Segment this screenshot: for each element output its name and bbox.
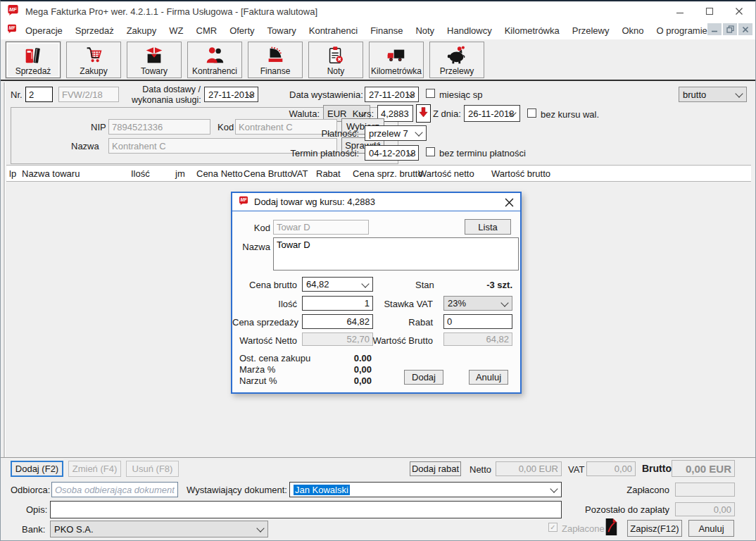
invoice-header-form: Nr. Data dostawy / wykonania usługi: 27-… <box>1 81 755 165</box>
bank-select[interactable]: PKO S.A. <box>50 521 268 537</box>
menu-operacje[interactable]: Operacje <box>19 25 69 36</box>
add-discount-button[interactable]: Dodaj rabat <box>410 461 461 476</box>
vat-rate-select[interactable]: 23% <box>443 296 512 311</box>
toolbar-button-przelewy[interactable]: Przelewy <box>429 42 484 78</box>
table-header-cena-sprz-brutto[interactable]: Cena sprz. brutto <box>353 168 423 179</box>
cancel-button[interactable]: Anuluj <box>688 520 734 537</box>
menu-przelewy[interactable]: Przelewy <box>566 25 616 36</box>
mdi-close-button[interactable] <box>738 23 752 35</box>
close-button[interactable] <box>724 1 754 21</box>
menu-cmr[interactable]: CMR <box>190 25 224 36</box>
rate-download-button[interactable] <box>416 104 431 123</box>
minimize-button[interactable] <box>665 1 695 21</box>
toolbar-button-towary[interactable]: Towary <box>127 42 182 78</box>
toolbar-button-finanse[interactable]: Finanse <box>248 42 303 78</box>
stock-label: Stan <box>415 280 434 290</box>
rate-date-select[interactable]: 26-11-2018 <box>464 105 520 122</box>
delivery-date-label-line1: Data dostawy / <box>132 85 201 95</box>
table-header-ilosc[interactable]: Ilość <box>131 168 150 179</box>
maximize-button[interactable] <box>695 1 724 21</box>
menu-handlowcy[interactable]: Handlowcy <box>441 25 498 36</box>
toolbar-button-zakupy[interactable]: Zakupy <box>66 42 121 78</box>
issue-date-label: Data wystawienia: <box>289 89 363 100</box>
gross-value-field <box>443 332 512 346</box>
gross-price-label: Cena brutto <box>232 280 297 290</box>
menu-noty[interactable]: Noty <box>409 25 441 36</box>
toolbar-label: Noty <box>327 66 345 76</box>
dialog-add-button[interactable]: Dodaj <box>404 370 443 385</box>
title-bar: MF Mega Fakturka Pro+ wer. 4.2.1.1 - Fir… <box>1 1 755 21</box>
brutto-total-field <box>672 460 735 477</box>
menu-bar: MF Operacje Sprzedaż Zakupy WZ CMR Ofert… <box>1 21 755 39</box>
table-header-jm[interactable]: jm <box>175 168 185 179</box>
issue-date-select[interactable]: 27-11-2018 <box>365 87 419 102</box>
description-input[interactable] <box>50 501 562 518</box>
toolbar-button-kontrahenci[interactable]: Kontrahenci <box>187 42 242 78</box>
chevron-down-icon <box>415 128 422 136</box>
gross-price-combo[interactable]: 64,82 <box>302 277 373 292</box>
mdi-window-controls <box>707 23 752 35</box>
chevron-down-icon <box>500 299 508 306</box>
invoice-number-input[interactable] <box>25 87 53 102</box>
toolbar-button-sprzedaz[interactable]: Sprzedaż <box>6 42 61 78</box>
toolbar-button-kilometrowka[interactable]: Kilometrówka <box>369 42 424 78</box>
paid-checkbox-label: Zapłacone <box>562 523 605 534</box>
toolbar-label: Finanse <box>260 66 291 76</box>
payment-method-select[interactable]: przelew 7 <box>365 125 427 141</box>
menu-finanse[interactable]: Finanse <box>364 25 409 36</box>
table-header-lp[interactable]: lp <box>9 168 16 179</box>
payment-label: Płatność: <box>286 128 359 139</box>
table-header-cena-brutto[interactable]: Cena Brutto <box>244 168 292 179</box>
sign-document-icon[interactable] <box>603 517 619 540</box>
discount-input[interactable] <box>443 314 512 329</box>
currency-label: Waluta: <box>286 108 320 119</box>
product-name-textarea[interactable]: Towar D <box>273 237 519 270</box>
menu-kilometrowka[interactable]: Kilometrówka <box>498 25 566 36</box>
delivery-date-select[interactable]: 27-11-2018 <box>204 87 258 102</box>
table-header-vat[interactable]: VAT <box>291 168 308 179</box>
table-header-nazwa-towaru[interactable]: Nazwa towaru <box>22 168 80 179</box>
menu-sprzedaz[interactable]: Sprzedaż <box>69 25 120 36</box>
menu-zakupy[interactable]: Zakupy <box>120 25 163 36</box>
add-item-button[interactable]: Dodaj (F2) <box>11 461 63 477</box>
dialog-close-button[interactable] <box>503 197 515 208</box>
product-list-button[interactable]: Lista <box>465 219 511 235</box>
menu-wz[interactable]: WZ <box>163 25 189 36</box>
menu-towary[interactable]: Towary <box>261 25 303 36</box>
issuer-label: Wystawiający dokument: <box>187 485 287 495</box>
save-button[interactable]: Zapisz(F12) <box>627 520 682 537</box>
mf-logo-icon: MF <box>6 4 20 20</box>
no-due-checkbox[interactable] <box>426 147 435 156</box>
issuer-select[interactable]: Jan Kowalski <box>289 482 562 497</box>
table-header-cena-netto[interactable]: Cena Netto <box>196 168 243 179</box>
table-header-wartosc-brutto[interactable]: Wartość brutto <box>491 168 550 179</box>
last-purchase-value: 0.00 <box>303 353 372 363</box>
recipient-label: Odbiorca: <box>11 485 50 495</box>
toolbar-button-noty[interactable]: Noty <box>308 42 363 78</box>
due-date-select[interactable]: 04-12-2018 <box>365 145 419 161</box>
no-rate-checkbox[interactable] <box>527 108 536 118</box>
dialog-cancel-button[interactable]: Anuluj <box>469 370 508 385</box>
chevron-down-icon <box>361 280 369 287</box>
stock-value: -3 szt. <box>443 280 512 290</box>
mf-logo-icon-small: MF <box>6 23 18 37</box>
recipient-input[interactable] <box>51 482 178 497</box>
mdi-restore-button[interactable] <box>723 23 737 35</box>
table-header-wartosc-netto[interactable]: Wartość netto <box>418 168 474 179</box>
brutto-label: Brutto <box>642 463 672 474</box>
menu-kontrahenci[interactable]: Kontrahenci <box>303 25 364 36</box>
price-mode-select[interactable]: brutto <box>679 87 747 102</box>
issuer-selected-text: Jan Kowalski <box>294 485 350 495</box>
table-header-rabat[interactable]: Rabat <box>316 168 341 179</box>
menu-okno[interactable]: Okno <box>615 25 650 36</box>
toolbar-label: Kontrahenci <box>192 66 237 76</box>
chevron-down-icon <box>256 524 264 532</box>
delivery-date-label-line2: wykonania usługi: <box>132 95 201 106</box>
mdi-minimize-button[interactable] <box>707 23 722 35</box>
note-x-icon <box>325 42 346 66</box>
menu-oferty[interactable]: Oferty <box>223 25 260 36</box>
month-sp-checkbox[interactable] <box>426 89 435 98</box>
bank-label: Bank: <box>22 524 45 535</box>
menu-o-programie[interactable]: O programie <box>650 25 714 36</box>
remaining-amount-field <box>675 502 735 516</box>
